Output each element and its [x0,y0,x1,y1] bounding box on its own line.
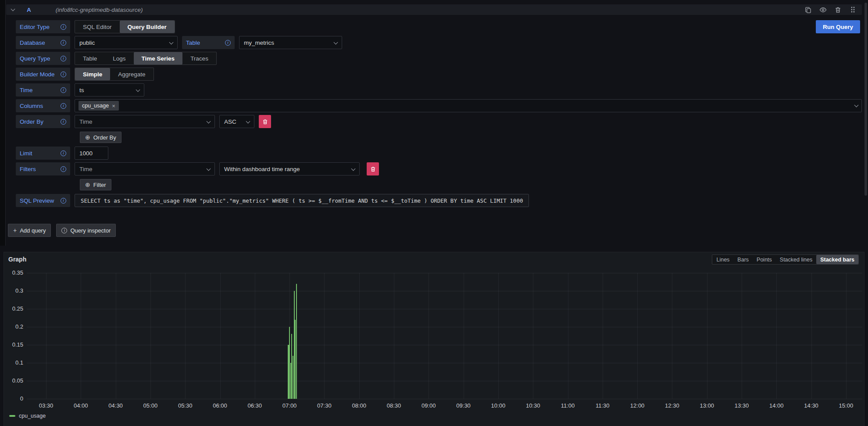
info-icon[interactable]: i [61,150,66,156]
y-axis-tick-label: 0.05 [0,377,23,384]
query-type-toggle-option-time-series[interactable]: Time Series [134,52,183,64]
editor-type-toggle: SQL EditorQuery Builder [75,20,175,33]
database-label: Database i [16,36,70,49]
add-filter-row: ⊕ Filter [80,179,862,190]
filter-condition-select[interactable]: Within dashboard time range [219,162,360,175]
gridline-vertical [776,273,777,399]
query-type-toggle-option-logs[interactable]: Logs [105,52,133,64]
remove-icon[interactable]: × [112,103,115,109]
table-label: Table i [182,36,235,49]
chevron-down-icon [246,119,250,123]
legend-item-cpu-usage[interactable]: cpu_usage [9,413,46,419]
run-query-button[interactable]: Run Query [816,20,860,33]
editor-type-label-text: Editor Type [20,24,50,30]
editor-type-toggle-option-query-builder[interactable]: Query Builder [120,21,175,33]
y-axis-tick-label: 0.15 [0,341,23,348]
info-icon[interactable]: i [61,40,66,46]
bar-cpu_usage [296,284,297,399]
builder-mode-toggle-option-simple[interactable]: Simple [75,68,110,80]
order-by-direction-select[interactable]: ASC [219,115,254,128]
x-axis-tick-label: 09:30 [450,402,477,409]
plus-icon: + [13,227,17,234]
y-axis-tick-label: 0.25 [0,305,23,312]
scrollbar-thumb[interactable] [864,3,867,196]
time-row: Time i ts [16,83,862,97]
time-label: Time i [16,83,70,97]
limit-row: Limit i 1000 [16,147,862,160]
query-row-actions [804,6,857,14]
builder-mode-label: Builder Mode i [16,68,70,81]
gridline-horizontal [27,327,862,327]
gridline-vertical [185,273,186,399]
gridline-horizontal [27,291,862,291]
draw-mode-toggle-option-stacked-lines[interactable]: Stacked lines [776,255,816,264]
editor-type-row: Editor Type i SQL EditorQuery Builder Ru… [16,20,862,33]
info-icon[interactable]: i [61,103,66,109]
info-icon[interactable]: i [61,72,66,77]
builder-mode-toggle-option-aggregate[interactable]: Aggregate [110,68,153,80]
database-select[interactable]: public [75,36,178,49]
info-icon[interactable]: i [61,198,66,204]
remove-filter-button[interactable] [367,162,379,175]
order-by-field-value: Time [79,118,93,125]
duplicate-icon[interactable] [804,6,812,14]
info-icon[interactable]: i [61,87,66,93]
filter-field-select[interactable]: Time [75,162,215,175]
info-icon[interactable]: i [61,166,66,172]
datasource-name: (info8fcc-greptimedb-datasource) [56,7,143,13]
eye-icon[interactable] [819,6,827,14]
order-by-row: Order By i Time ASC [16,115,862,128]
draw-mode-toggle-option-points[interactable]: Points [753,255,776,264]
query-editor: A (info8fcc-greptimedb-datasource) Edito… [6,4,862,237]
info-icon[interactable]: i [225,40,231,46]
query-type-toggle-option-table[interactable]: Table [75,52,105,64]
database-label-text: Database [20,39,45,46]
query-type-toggle-option-traces[interactable]: Traces [182,52,216,64]
draw-mode-toggle-option-lines[interactable]: Lines [712,255,733,264]
gridline-horizontal [27,399,862,399]
gridline-vertical [394,273,394,399]
editor-type-toggle-option-sql-editor[interactable]: SQL Editor [75,21,120,33]
x-axis-tick-label: 10:30 [520,402,546,409]
order-by-direction-value: ASC [224,118,236,125]
add-query-button[interactable]: + Add query [8,224,51,237]
draw-mode-toggle-option-stacked-bars[interactable]: Stacked bars [816,255,858,264]
x-axis-tick-label: 11:30 [589,402,616,409]
query-inspector-button[interactable]: i Query inspector [56,224,116,237]
info-icon[interactable]: i [61,119,66,125]
columns-row: Columns i cpu_usage× [16,99,862,112]
query-type-row: Query Type i TableLogsTime SeriesTraces [16,52,862,65]
add-circle-icon: ⊕ [85,181,90,188]
pane-divider[interactable] [0,0,6,246]
chevron-down-icon [334,40,338,44]
chevron-down-icon [136,87,140,92]
column-chip-cpu_usage[interactable]: cpu_usage× [79,101,119,111]
trash-icon[interactable] [834,6,842,14]
x-axis-tick-label: 09:00 [415,402,442,409]
time-column-select[interactable]: ts [75,83,144,97]
columns-multiselect[interactable]: cpu_usage× [75,99,862,112]
query-row-header[interactable]: A (info8fcc-greptimedb-datasource) [6,4,862,15]
gridline-vertical [220,273,221,399]
time-label-text: Time [20,87,33,93]
add-filter-button[interactable]: ⊕ Filter [80,179,111,190]
collapse-chevron-icon[interactable] [11,7,15,11]
chevron-down-icon [207,166,211,171]
sql-preview-label: SQL Preview i [16,194,70,207]
info-icon[interactable]: i [61,56,66,61]
database-value: public [79,39,95,46]
gridline-vertical [429,273,429,399]
limit-input[interactable]: 1000 [75,147,108,160]
x-axis-tick-label: 05:30 [172,402,198,409]
add-order-by-button[interactable]: ⊕ Order By [80,132,121,143]
gridline-vertical [672,273,672,399]
plot-area[interactable]: 00.050.10.150.20.250.30.3503:3004:0004:3… [27,273,862,399]
sql-preview-code: SELECT ts as "time", cpu_usage FROM "pub… [75,194,529,207]
table-select[interactable]: my_metrics [239,36,342,49]
x-axis-tick-label: 03:30 [33,402,59,409]
order-by-field-select[interactable]: Time [75,115,215,128]
remove-order-by-button[interactable] [259,115,271,128]
drag-handle-icon[interactable] [849,6,857,14]
info-icon[interactable]: i [61,24,66,30]
draw-mode-toggle-option-bars[interactable]: Bars [733,255,753,264]
